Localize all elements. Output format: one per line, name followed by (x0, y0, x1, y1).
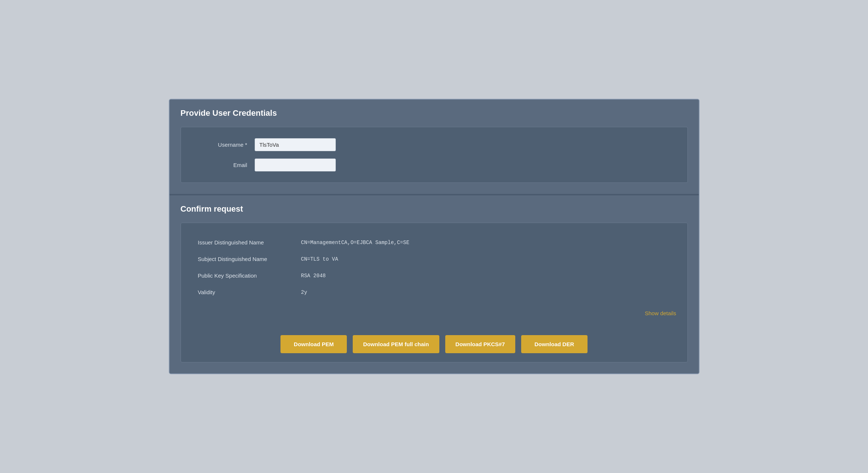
email-input[interactable] (255, 159, 336, 171)
issuer-value: CN=ManagementCA,O=EJBCA Sample,C=SE (295, 234, 676, 251)
download-pem-chain-button[interactable]: Download PEM full chain (353, 335, 439, 353)
pubkey-label: Public Key Specification (192, 267, 295, 284)
download-pem-button[interactable]: Download PEM (280, 335, 347, 353)
subject-row: Subject Distinguished Name CN=TLS to VA (192, 251, 676, 267)
username-row: Username * (196, 138, 673, 151)
show-details-link[interactable]: Show details (645, 310, 676, 316)
show-details-row: Show details (192, 308, 676, 324)
issuer-label: Issuer Distinguished Name (192, 234, 295, 251)
username-label: Username * (196, 142, 247, 148)
issuer-row: Issuer Distinguished Name CN=ManagementC… (192, 234, 676, 251)
details-table: Issuer Distinguished Name CN=ManagementC… (192, 234, 676, 300)
main-container: Provide User Credentials Username * Emai… (169, 99, 700, 374)
credentials-section: Provide User Credentials Username * Emai… (170, 100, 699, 195)
username-input[interactable] (255, 138, 336, 151)
buttons-row: Download PEM Download PEM full chain Dow… (192, 335, 676, 353)
credentials-title: Provide User Credentials (181, 108, 688, 118)
validity-row: Validity 2y (192, 284, 676, 300)
download-pkcs7-button[interactable]: Download PKCS#7 (445, 335, 515, 353)
confirm-section: Confirm request Issuer Distinguished Nam… (170, 195, 699, 373)
confirm-inner: Issuer Distinguished Name CN=ManagementC… (181, 223, 688, 362)
confirm-title: Confirm request (181, 204, 688, 214)
subject-value: CN=TLS to VA (295, 251, 676, 267)
download-der-button[interactable]: Download DER (521, 335, 588, 353)
validity-label: Validity (192, 284, 295, 300)
credentials-inner: Username * Email (181, 127, 688, 183)
validity-value: 2y (295, 284, 676, 300)
pubkey-value: RSA 2048 (295, 267, 676, 284)
pubkey-row: Public Key Specification RSA 2048 (192, 267, 676, 284)
email-label: Email (196, 162, 247, 168)
subject-label: Subject Distinguished Name (192, 251, 295, 267)
email-row: Email (196, 159, 673, 171)
